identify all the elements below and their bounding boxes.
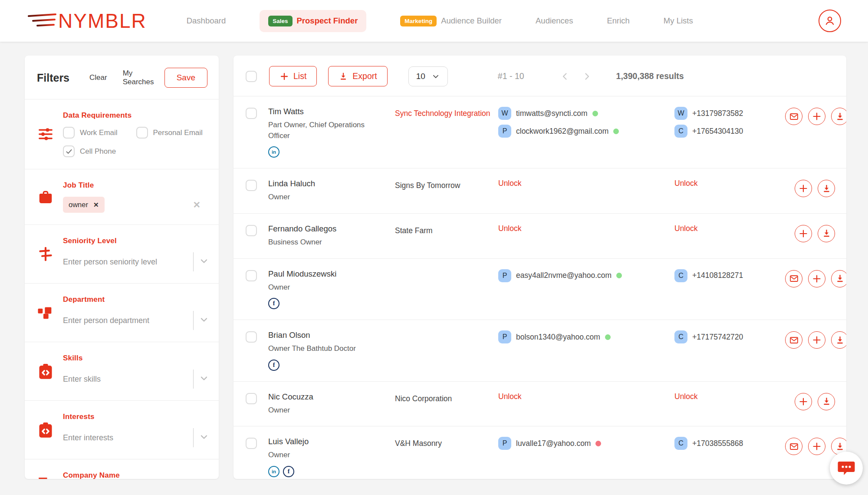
open-dropdown-button[interactable] (199, 373, 209, 385)
unlock-phone-link[interactable]: Unlock (674, 392, 698, 401)
export-contact-button[interactable] (831, 270, 846, 287)
send-email-button[interactable] (785, 270, 802, 287)
phone-cell: C +17038555868 (674, 437, 785, 450)
unlock-phone-link[interactable]: Unlock (674, 179, 698, 188)
department-input[interactable]: Enter person department (63, 311, 209, 330)
checkbox-personal-email[interactable]: Personal Email (136, 127, 210, 139)
seniority-level-input[interactable]: Enter person seniority level (63, 252, 209, 271)
filter-tag[interactable]: owner ✕ (63, 197, 105, 213)
export-contact-button[interactable] (831, 331, 846, 349)
person-name: Linda Haluch (268, 179, 386, 188)
download-icon (822, 396, 832, 406)
interests-input[interactable]: Enter interests (63, 428, 209, 447)
row-checkbox[interactable] (246, 331, 257, 343)
nav-audiences[interactable]: Audiences (536, 16, 573, 26)
nav-audience-builder[interactable]: Marketing Audience Builder (400, 16, 502, 26)
add-to-list-button[interactable] (795, 225, 812, 242)
envelope-icon (789, 112, 799, 122)
checkbox-cell-phone[interactable]: Cell Phone (63, 145, 209, 157)
prev-page-button[interactable] (560, 71, 570, 82)
export-contact-button[interactable] (818, 393, 835, 410)
chat-widget-button[interactable] (830, 452, 863, 485)
unlock-email-link[interactable]: Unlock (498, 179, 522, 188)
filter-section-skills: Skills Enter skills (25, 342, 219, 401)
row-checkbox[interactable] (246, 270, 257, 281)
add-to-list-button[interactable] (808, 108, 825, 125)
clear-section-icon[interactable]: ✕ (193, 200, 201, 210)
facebook-icon[interactable]: f (283, 466, 294, 477)
email-status-dot (616, 273, 622, 278)
unlock-email-link[interactable]: Unlock (498, 224, 522, 233)
input-placeholder: Enter person seniority level (63, 257, 157, 267)
my-searches-button[interactable]: My Searches (123, 69, 164, 86)
user-avatar-button[interactable] (819, 10, 841, 32)
row-checkbox[interactable] (246, 180, 257, 191)
send-email-button[interactable] (785, 438, 802, 455)
phone-value: +17175742720 (692, 333, 743, 342)
remove-tag-icon[interactable]: ✕ (93, 201, 99, 209)
nav-my-lists[interactable]: My Lists (664, 16, 693, 26)
nav-prospect-finder[interactable]: Sales Prospect Finder (260, 10, 366, 32)
add-to-list-button[interactable] (795, 180, 812, 197)
add-to-list-button[interactable]: List (269, 66, 317, 86)
export-contact-button[interactable] (831, 108, 846, 125)
email-type-badge: P (498, 269, 511, 282)
check-icon (65, 148, 73, 155)
person-name: Paul Mioduszewski (268, 269, 386, 279)
sales-badge: Sales (268, 16, 292, 26)
phone-value: +17038555868 (692, 439, 743, 448)
email-cell: W timwatts@syncti.com P clockwork1962@gm… (498, 107, 674, 138)
select-all-checkbox[interactable] (246, 71, 257, 82)
open-dropdown-button[interactable] (199, 256, 209, 268)
result-range: #1 - 10 (498, 71, 524, 81)
row-checkbox[interactable] (246, 108, 257, 119)
linkedin-icon[interactable]: in (268, 466, 279, 477)
linkedin-icon[interactable]: in (268, 146, 279, 158)
export-button[interactable]: Export (328, 66, 387, 86)
company-name[interactable]: Sync Technology Integration (395, 107, 498, 119)
clear-filters-button[interactable]: Clear (89, 73, 107, 82)
row-checkbox[interactable] (246, 393, 257, 404)
nymblr-logo[interactable]: NYMBLR (28, 9, 147, 33)
page-size-value: 10 (416, 72, 425, 81)
open-dropdown-button[interactable] (199, 432, 209, 444)
add-to-list-button[interactable] (808, 331, 825, 349)
send-email-button[interactable] (785, 331, 802, 349)
export-button-label: Export (352, 71, 377, 81)
export-contact-button[interactable] (818, 225, 835, 242)
unlock-email-link[interactable]: Unlock (498, 392, 522, 401)
top-nav-bar: NYMBLR Dashboard Sales Prospect Finder M… (0, 0, 868, 42)
export-contact-button[interactable] (818, 180, 835, 197)
phone-type-badge: C (674, 269, 687, 282)
email-value: clockwork1962@gmail.com (516, 127, 608, 136)
unlock-phone-link[interactable]: Unlock (674, 224, 698, 233)
page-size-select[interactable]: 10 (408, 66, 448, 86)
next-page-button[interactable] (582, 71, 592, 82)
nav-dashboard[interactable]: Dashboard (187, 16, 226, 26)
checkbox-work-email[interactable]: Work Email (63, 127, 136, 139)
facebook-icon[interactable]: f (268, 360, 279, 371)
email-type-badge: W (498, 107, 511, 120)
phone-cell: W +13179873582 C +17654304130 (674, 107, 785, 138)
nav-prospect-finder-label: Prospect Finder (297, 16, 358, 26)
skills-input[interactable]: Enter skills (63, 370, 209, 389)
results-toolbar: List Export 10 #1 - 10 (233, 56, 846, 96)
add-to-list-button[interactable] (795, 393, 812, 410)
person-name: Brian Olson (268, 330, 386, 340)
table-row: Linda Haluch Owner Signs By Tomorrow Unl… (233, 168, 846, 213)
results-count: 1,390,388 results (616, 71, 684, 81)
download-icon (822, 228, 832, 238)
send-email-button[interactable] (785, 108, 802, 125)
phone-value: +14108128271 (692, 271, 743, 280)
facebook-icon[interactable]: f (268, 298, 279, 309)
add-to-list-button[interactable] (808, 438, 825, 455)
person-title: Owner (268, 450, 386, 461)
open-dropdown-button[interactable] (199, 314, 209, 327)
add-to-list-button[interactable] (808, 270, 825, 287)
row-checkbox[interactable] (246, 438, 257, 449)
phone-item: C +14108128271 (674, 269, 785, 282)
row-checkbox[interactable] (246, 225, 257, 236)
nav-enrich[interactable]: Enrich (607, 16, 629, 26)
save-search-button[interactable]: Save (164, 68, 207, 88)
phone-value: +17654304130 (692, 127, 743, 136)
